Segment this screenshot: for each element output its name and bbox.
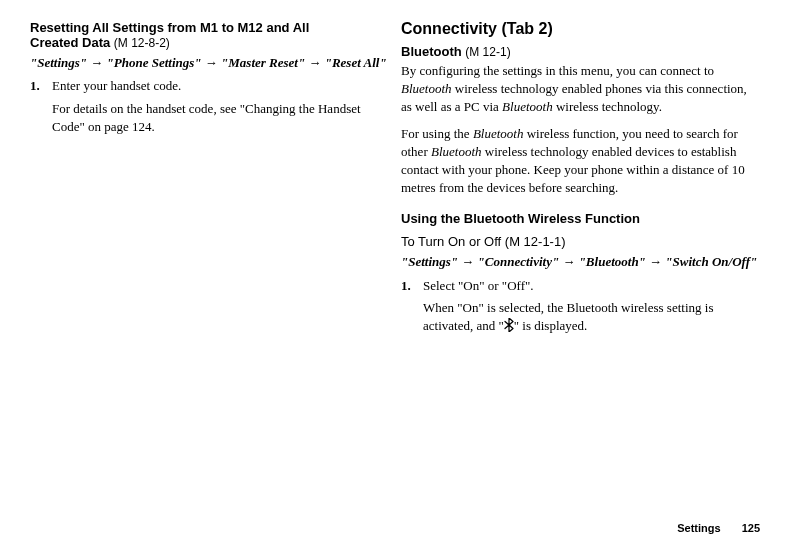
text-italic-bluetooth: Bluetooth [502, 99, 553, 114]
reset-title-line2: Created Data [30, 35, 110, 50]
reset-heading: Resetting All Settings from M1 to M12 an… [30, 20, 389, 50]
bluetooth-icon [504, 318, 514, 337]
turn-on-off-code: (M 12-1-1) [505, 234, 566, 249]
connectivity-heading: Connectivity (Tab 2) [401, 20, 760, 38]
bluetooth-title: Bluetooth [401, 44, 462, 59]
bluetooth-nav-path: "Settings" → "Connectivity" → "Bluetooth… [401, 253, 760, 271]
nav-phone-settings: "Phone Settings" [107, 55, 202, 70]
text-italic-bluetooth: Bluetooth [401, 81, 452, 96]
text-fragment: When "On" is selected, the [423, 300, 566, 315]
footer-section: Settings [677, 522, 720, 534]
right-column: Connectivity (Tab 2) Bluetooth (M 12-1) … [401, 20, 760, 337]
left-column: Resetting All Settings from M1 to M12 an… [30, 20, 389, 337]
arrow-icon: → [649, 254, 662, 269]
text-fragment: " is displayed. [514, 318, 588, 333]
connectivity-title: Connectivity [401, 20, 497, 37]
text-fragment: For using the [401, 126, 473, 141]
page-footer: Settings 125 [677, 522, 760, 534]
text-fragment: wireless technology. [553, 99, 662, 114]
nav-connectivity: "Connectivity" [478, 254, 560, 269]
footer-page-number: 125 [742, 522, 760, 534]
connectivity-code: (Tab 2) [501, 20, 552, 37]
reset-title-line1: Resetting All Settings from M1 to M12 an… [30, 20, 309, 35]
nav-settings: "Settings" [401, 254, 458, 269]
reset-steps: 1. Enter your handset code. [30, 76, 389, 96]
text-italic-bluetooth: Bluetooth [566, 300, 617, 315]
text-italic-bluetooth: Bluetooth [473, 126, 524, 141]
text-fragment: By configuring the settings in this menu… [401, 63, 714, 78]
arrow-icon: → [90, 55, 103, 70]
step-text: Select "On" or "Off". [423, 276, 760, 296]
nav-bluetooth: "Bluetooth" [579, 254, 646, 269]
reset-step-1-sub: For details on the handset code, see "Ch… [52, 100, 389, 136]
using-bluetooth-heading: Using the Bluetooth Wireless Function [401, 211, 760, 226]
nav-switch-on-off: "Switch On/Off" [665, 254, 757, 269]
nav-master-reset: "Master Reset" [221, 55, 305, 70]
reset-menu-code: (M 12-8-2) [114, 36, 170, 50]
reset-nav-path: "Settings" → "Phone Settings" → "Master … [30, 54, 389, 72]
turn-on-off-heading: To Turn On or Off (M 12-1-1) [401, 234, 760, 249]
bluetooth-para-2: For using the Bluetooth wireless functio… [401, 125, 760, 198]
arrow-icon: → [562, 254, 575, 269]
nav-settings: "Settings" [30, 55, 87, 70]
arrow-icon: → [205, 55, 218, 70]
bluetooth-para-1: By configuring the settings in this menu… [401, 62, 760, 117]
bluetooth-heading: Bluetooth (M 12-1) [401, 44, 760, 59]
step-text: Enter your handset code. [52, 76, 389, 96]
bluetooth-step-1-sub: When "On" is selected, the Bluetooth wir… [423, 299, 760, 337]
step-number: 1. [30, 76, 52, 96]
bluetooth-steps: 1. Select "On" or "Off". [401, 276, 760, 296]
bluetooth-step-1: 1. Select "On" or "Off". [401, 276, 760, 296]
arrow-icon: → [308, 55, 321, 70]
turn-on-off-title: To Turn On or Off [401, 234, 501, 249]
step-number: 1. [401, 276, 423, 296]
reset-step-1: 1. Enter your handset code. [30, 76, 389, 96]
nav-reset-all: "Reset All" [325, 55, 387, 70]
arrow-icon: → [461, 254, 474, 269]
bluetooth-code: (M 12-1) [465, 45, 510, 59]
text-italic-bluetooth: Bluetooth [431, 144, 482, 159]
